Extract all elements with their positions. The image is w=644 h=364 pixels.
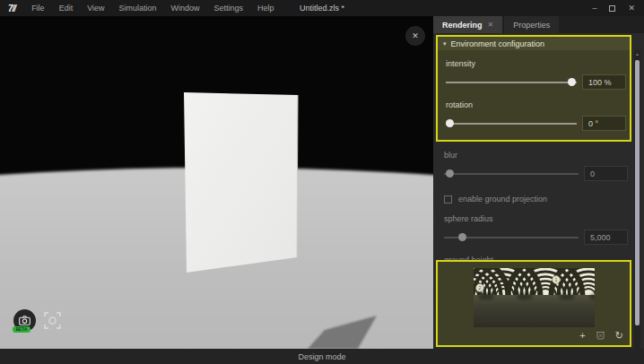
menu-window[interactable]: Window xyxy=(164,0,207,16)
blur-slider[interactable] xyxy=(444,166,579,181)
beta-badge: BETA xyxy=(13,326,30,333)
intensity-value[interactable]: 100 % xyxy=(582,74,626,90)
panel-scrollbar[interactable]: ▴ xyxy=(634,50,640,349)
tab-rendering-label: Rendering xyxy=(442,21,483,30)
right-panel: Rendering ✕ Properties ▾ Environment con… xyxy=(433,16,644,349)
trash-icon xyxy=(596,330,605,340)
intensity-slider[interactable] xyxy=(446,74,577,90)
rotation-label: rotation xyxy=(446,100,626,109)
rotation-slider[interactable] xyxy=(446,116,577,131)
intensity-row: 100 % xyxy=(446,74,626,90)
mode-indicator: Design mode xyxy=(298,352,345,361)
menu-edit[interactable]: Edit xyxy=(52,0,81,16)
environment-configuration-section: ▾ Environment configuration intensity 10… xyxy=(436,35,631,142)
slider-thumb[interactable] xyxy=(446,169,454,178)
tab-rendering[interactable]: Rendering ✕ xyxy=(433,16,502,33)
sphere-radius-value[interactable]: 5,000 xyxy=(584,230,628,245)
ground-projection-label: enable ground projection xyxy=(458,195,547,204)
sphere-radius-row: 5,000 xyxy=(444,230,628,245)
sphere-radius-slider[interactable] xyxy=(444,230,579,245)
blur-label: blur xyxy=(444,151,628,160)
app-window: 7// File Edit View Simulation Window Set… xyxy=(0,0,644,364)
screenshot-button[interactable] xyxy=(43,311,62,330)
blur-value[interactable]: 0 xyxy=(584,166,628,181)
slider-thumb[interactable] xyxy=(446,119,454,127)
preview-badge-2: 2 xyxy=(475,284,483,292)
rotation-row: 0 ° xyxy=(446,116,626,131)
window-controls: – ✕ xyxy=(592,0,644,16)
blur-row: 0 xyxy=(444,166,628,181)
slider-track xyxy=(444,173,579,175)
panel-body: ▾ Environment configuration intensity 10… xyxy=(433,33,644,349)
refresh-environment-icon[interactable]: ↻ xyxy=(615,331,623,341)
tab-properties[interactable]: Properties xyxy=(504,16,559,33)
scrollbar-thumb[interactable] xyxy=(635,60,640,325)
environment-controls: intensity 100 % rotation xyxy=(438,50,630,140)
slider-thumb[interactable] xyxy=(568,78,576,86)
collapse-chevron-icon[interactable]: ▾ xyxy=(443,40,447,48)
menu-view[interactable]: View xyxy=(80,0,111,16)
hdri-panorama-image: 1 2 xyxy=(474,268,595,327)
environment-configuration-header[interactable]: ▾ Environment configuration xyxy=(438,37,630,50)
rotation-value[interactable]: 0 ° xyxy=(582,116,626,131)
viewport-close-button[interactable]: ✕ xyxy=(405,26,425,46)
slider-track xyxy=(446,123,577,125)
environment-preview-section: 1 2 + xyxy=(436,260,631,347)
scene-render xyxy=(0,16,433,349)
preview-badge-1: 1 xyxy=(552,276,560,284)
slider-thumb[interactable] xyxy=(458,233,466,241)
sphere-radius-label: sphere radius xyxy=(444,214,628,223)
statusbar: Design mode xyxy=(0,349,644,364)
app-logo: 7// xyxy=(8,4,15,13)
camera-icon xyxy=(19,316,30,325)
ground-projection-checkbox[interactable] xyxy=(444,195,452,204)
menu-settings[interactable]: Settings xyxy=(207,0,251,16)
minimize-icon[interactable]: – xyxy=(592,0,596,16)
slider-track xyxy=(446,82,577,83)
scroll-up-icon[interactable]: ▴ xyxy=(634,51,640,56)
maximize-icon[interactable] xyxy=(609,5,615,12)
ground-projection-row: enable ground projection xyxy=(444,195,628,204)
panel-tabs: Rendering ✕ Properties xyxy=(433,16,644,33)
white-panel-object[interactable] xyxy=(184,92,298,273)
preview-toolbar: + ↻ xyxy=(438,327,630,344)
menu-help[interactable]: Help xyxy=(250,0,282,16)
menu-simulation[interactable]: Simulation xyxy=(112,0,164,16)
close-icon: ✕ xyxy=(412,31,419,40)
delete-environment-icon[interactable] xyxy=(596,330,605,342)
environment-preview-thumbnail[interactable]: 1 2 xyxy=(474,268,595,327)
add-environment-icon[interactable]: + xyxy=(579,331,585,341)
menu-file[interactable]: File xyxy=(24,0,52,16)
close-icon[interactable]: ✕ xyxy=(628,0,635,16)
section-title: Environment configuration xyxy=(451,39,545,48)
titlebar: 7// File Edit View Simulation Window Set… xyxy=(0,0,644,16)
tab-properties-label: Properties xyxy=(513,21,550,30)
intensity-label: intensity xyxy=(446,59,626,68)
viewport-3d[interactable]: ✕ BETA xyxy=(0,16,433,349)
capture-frame-icon xyxy=(43,311,62,330)
tab-close-icon[interactable]: ✕ xyxy=(488,21,494,29)
